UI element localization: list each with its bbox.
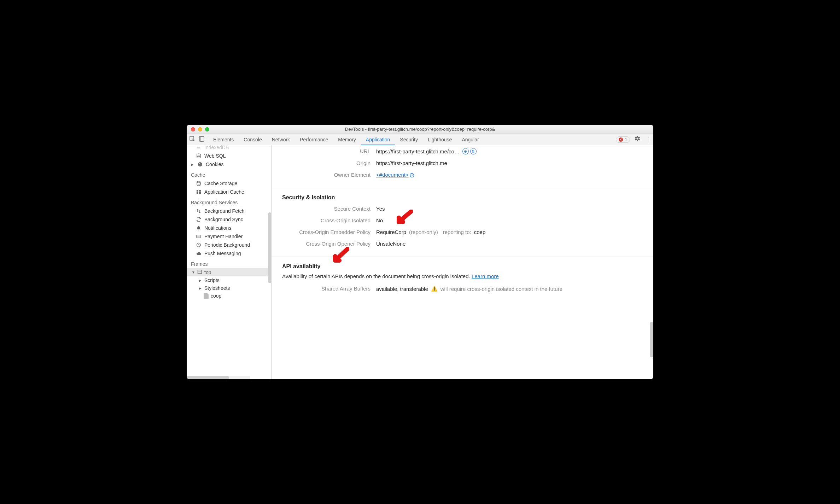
device-toolbar-icon[interactable]	[199, 136, 204, 143]
tab-angular[interactable]: Angular	[457, 134, 484, 145]
tab-security[interactable]: Security	[395, 134, 423, 145]
chevron-right-icon: ▶	[199, 279, 202, 282]
secure-context-label: Secure Context	[282, 206, 371, 212]
content-area: ≣ IndexedDB Web SQL ▶ Cookies Cache	[187, 145, 653, 379]
sidebar-item-cookies[interactable]: ▶ Cookies	[187, 160, 271, 169]
coep-value: RequireCorp	[376, 229, 406, 235]
frame-stylesheets[interactable]: ▶ Stylesheets	[187, 284, 271, 292]
sidebar-item-label: Periodic Background	[204, 242, 250, 248]
sidebar-item-label: Application Cache	[204, 189, 244, 195]
error-count-pill[interactable]: ✕ 1	[616, 136, 630, 143]
reveal-icon[interactable]: ⊖	[462, 148, 469, 154]
frame-details-panel: URL https://first-party-test.glitch.me/c…	[272, 145, 653, 379]
database-icon: ≣	[196, 145, 202, 150]
database-icon	[196, 153, 202, 159]
cross-origin-isolated-label: Cross-Origin Isolated	[282, 217, 371, 223]
sidebar-h-scrollbar[interactable]	[187, 376, 250, 379]
tab-performance[interactable]: Performance	[295, 134, 333, 145]
svg-rect-2	[201, 136, 204, 141]
cookie-icon	[197, 162, 203, 167]
sidebar-group-background: Background Services	[187, 196, 271, 207]
sidebar-item-push-messaging[interactable]: Push Messaging	[187, 249, 271, 258]
tree-item-label: Scripts	[204, 277, 220, 283]
svg-point-3	[197, 154, 200, 155]
sidebar-item-label: IndexedDB	[204, 145, 229, 150]
application-sidebar: ≣ IndexedDB Web SQL ▶ Cookies Cache	[187, 145, 272, 379]
section-security-isolation: Security & Isolation	[282, 188, 643, 203]
tab-network[interactable]: Network	[267, 134, 295, 145]
bell-icon	[196, 225, 202, 231]
tab-elements[interactable]: Elements	[208, 134, 239, 145]
coep-reporting-to-value: coep	[474, 229, 486, 235]
sidebar-item-background-sync[interactable]: Background Sync	[187, 215, 271, 224]
sidebar-item-label: Payment Handler	[204, 234, 243, 239]
warning-icon: ⚠️	[431, 286, 438, 292]
svg-rect-9	[197, 190, 198, 192]
expand-arrow-icon: ▶	[191, 163, 194, 166]
devtools-window: DevTools - first-party-test.glitch.me/co…	[187, 125, 653, 379]
sidebar-item-cache-storage[interactable]: Cache Storage	[187, 179, 271, 188]
origin-value: https://first-party-test.glitch.me	[376, 160, 447, 166]
secure-context-value: Yes	[376, 206, 385, 212]
error-icon: ✕	[619, 137, 623, 142]
svg-rect-13	[197, 235, 201, 238]
sidebar-item-payment-handler[interactable]: Payment Handler	[187, 232, 271, 241]
inspect-icon[interactable]	[189, 136, 195, 143]
tree-item-label: Stylesheets	[204, 285, 230, 291]
sidebar-item-label: Push Messaging	[204, 251, 241, 256]
svg-rect-10	[199, 190, 201, 192]
sidebar-item-label: Background Fetch	[204, 208, 245, 214]
titlebar: DevTools - first-party-test.glitch.me/co…	[187, 125, 653, 134]
minimize-button[interactable]	[198, 127, 202, 131]
sidebar-item-label: Notifications	[204, 225, 231, 231]
coep-reporting-to-label: reporting to:	[443, 229, 471, 235]
main-scrollbar[interactable]	[650, 322, 653, 357]
frame-scripts[interactable]: ▶ Scripts	[187, 276, 271, 284]
tab-application[interactable]: Application	[361, 134, 395, 145]
svg-point-4	[198, 162, 202, 166]
zoom-button[interactable]	[205, 127, 209, 131]
sidebar-item-application-cache[interactable]: Application Cache	[187, 188, 271, 196]
tab-memory[interactable]: Memory	[333, 134, 361, 145]
api-availability-desc: Availability of certain APIs depends on …	[282, 273, 470, 279]
frame-file-coop[interactable]: coop	[187, 292, 271, 300]
sidebar-item-websql[interactable]: Web SQL	[187, 152, 271, 160]
sab-value: available, transferable	[376, 286, 428, 292]
sidebar-group-frames: Frames	[187, 258, 271, 268]
owner-element-link[interactable]: <#document>	[376, 172, 414, 178]
sidebar-item-background-fetch[interactable]: Background Fetch	[187, 207, 271, 215]
close-button[interactable]	[191, 127, 195, 131]
sidebar-item-indexeddb[interactable]: ≣ IndexedDB	[187, 145, 271, 152]
svg-point-7	[199, 165, 200, 165]
settings-icon[interactable]	[634, 135, 641, 143]
coep-flag: (report-only)	[409, 229, 438, 235]
frame-top[interactable]: ▼ top	[187, 268, 271, 276]
kebab-icon[interactable]: ⋮	[645, 136, 651, 143]
tab-console[interactable]: Console	[239, 134, 267, 145]
svg-point-5	[199, 163, 200, 164]
frame-label: top	[204, 270, 211, 275]
svg-point-6	[200, 164, 201, 164]
error-count: 1	[625, 137, 627, 142]
url-value: https://first-party-test.glitch.me/co…	[376, 148, 460, 154]
sidebar-item-notifications[interactable]: Notifications	[187, 224, 271, 232]
sidebar-item-label: Background Sync	[204, 217, 243, 222]
tree-item-label: coop	[211, 293, 221, 299]
tab-lighthouse[interactable]: Lighthouse	[423, 134, 457, 145]
clock-icon	[196, 242, 202, 248]
database-icon	[196, 181, 202, 186]
frame-icon	[197, 269, 202, 275]
section-api-availability: API availablity	[282, 257, 643, 272]
learn-more-link[interactable]: Learn more	[472, 273, 499, 279]
sync-icon	[196, 217, 202, 222]
reveal-network-icon[interactable]: ⇅	[470, 148, 477, 154]
sidebar-item-periodic-background[interactable]: Periodic Background	[187, 241, 271, 249]
sidebar-scrollbar[interactable]	[268, 212, 271, 283]
transfer-icon	[196, 208, 202, 214]
file-icon	[204, 293, 209, 299]
cloud-icon	[196, 251, 202, 256]
sidebar-group-cache: Cache	[187, 169, 271, 179]
sab-label: Shared Array Buffers	[282, 286, 371, 292]
sidebar-item-label: Cookies	[206, 162, 224, 167]
sidebar-item-label: Cache Storage	[204, 181, 237, 186]
